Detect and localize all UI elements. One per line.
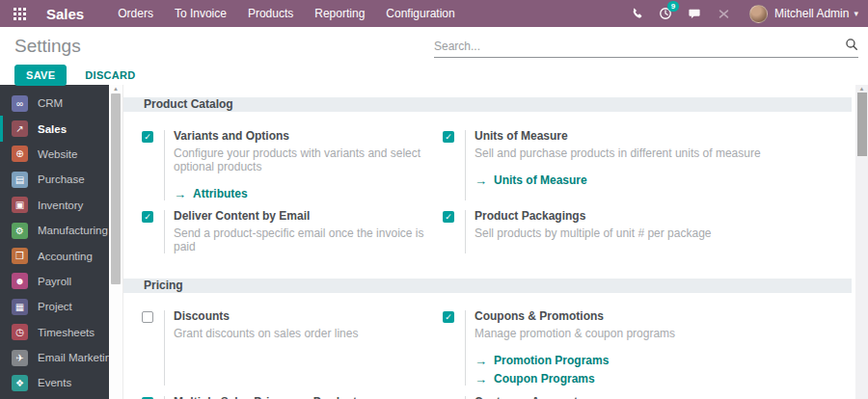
- scrollbar-thumb[interactable]: [857, 93, 867, 156]
- menu-orders[interactable]: Orders: [107, 0, 164, 27]
- sidebar-item-label: Events: [38, 377, 71, 388]
- setting-coupons-promotions: ✓ Coupons & Promotions Manage promotion …: [443, 310, 852, 386]
- sidebar-item-website[interactable]: ⊕ Website: [0, 142, 109, 167]
- attributes-link[interactable]: →Attributes: [174, 188, 443, 200]
- sidebar-item-events[interactable]: ❖ Events: [0, 370, 109, 395]
- sidebar-item-label: Accounting: [38, 251, 93, 262]
- setting-product-packagings: ✓ Product Packagings Sell products by mu…: [443, 210, 852, 253]
- page-title: Settings: [14, 36, 81, 57]
- setting-title: Units of Measure: [475, 130, 761, 143]
- scrollbar-thumb[interactable]: [111, 93, 121, 284]
- settings-content: Product Catalog ✓ Variants and Options C…: [123, 85, 855, 399]
- payroll-app-icon: ☻: [12, 273, 28, 289]
- check-icon: ✓: [445, 212, 452, 222]
- scroll-up-icon[interactable]: ▲: [109, 86, 122, 93]
- discounts-checkbox[interactable]: [142, 311, 153, 323]
- search-icon[interactable]: [845, 38, 858, 55]
- phone-icon[interactable]: [622, 8, 651, 20]
- settings-row: ✓ Variants and Options Configure your pr…: [123, 112, 852, 205]
- sidebar-item-label: CRM: [38, 97, 63, 109]
- setting-title: Variants and Options: [174, 130, 443, 143]
- setting-description: Sell and purchase products in different …: [475, 146, 761, 160]
- setting-units-of-measure: ✓ Units of Measure Sell and purchase pro…: [443, 130, 852, 200]
- app-name[interactable]: Sales: [46, 6, 84, 22]
- settings-row: ✓ Multiple Sales Prices per Product Set …: [123, 391, 852, 399]
- coupons-checkbox[interactable]: ✓: [443, 311, 454, 323]
- activities-clock-icon[interactable]: 9: [651, 7, 680, 20]
- setting-description: Send a product-specific email once the i…: [174, 226, 443, 253]
- settings-sidebar: ∞ CRM ↗ Sales ⊕ Website ▤ Purchase ▣ Inv…: [0, 85, 109, 399]
- website-app-icon: ⊕: [12, 146, 28, 162]
- scroll-up-icon[interactable]: ▲: [855, 86, 868, 93]
- link-label: Units of Measure: [494, 174, 587, 187]
- user-avatar[interactable]: [749, 5, 768, 23]
- content-scrollbar[interactable]: ▲: [855, 85, 868, 399]
- deliver-content-checkbox[interactable]: ✓: [142, 211, 153, 223]
- menu-to-invoice[interactable]: To Invoice: [164, 0, 237, 27]
- uom-checkbox[interactable]: ✓: [443, 131, 454, 143]
- sidebar-item-label: Timesheets: [38, 327, 95, 338]
- coupon-programs-link[interactable]: →Coupon Programs: [475, 373, 675, 386]
- menu-reporting[interactable]: Reporting: [304, 0, 375, 27]
- setting-title: Deliver Content by Email: [174, 210, 443, 223]
- crm-app-icon: ∞: [12, 95, 28, 112]
- setting-title: Coupons & Promotions: [475, 310, 675, 323]
- action-buttons: SAVE DISCARD: [14, 65, 136, 86]
- sidebar-item-label: Payroll: [38, 276, 71, 287]
- app-menu: Orders To Invoice Products Reporting Con…: [107, 0, 466, 27]
- save-button[interactable]: SAVE: [14, 65, 67, 86]
- email-marketing-app-icon: ✈: [12, 350, 28, 366]
- page-body: ∞ CRM ↗ Sales ⊕ Website ▤ Purchase ▣ Inv…: [0, 85, 868, 399]
- discard-button[interactable]: DISCARD: [85, 69, 135, 81]
- setting-description: Grant discounts on sales order lines: [174, 327, 358, 340]
- sidebar-item-inventory[interactable]: ▣ Inventory: [0, 193, 109, 218]
- units-of-measure-link[interactable]: →Units of Measure: [475, 174, 761, 187]
- link-label: Coupon Programs: [494, 373, 595, 386]
- sidebar-item-payroll[interactable]: ☻ Payroll: [0, 269, 109, 294]
- check-icon: ✓: [144, 132, 151, 142]
- arrow-right-icon: →: [475, 373, 487, 386]
- manufacturing-app-icon: ⚙: [12, 223, 28, 239]
- setting-deliver-content-by-email: ✓ Deliver Content by Email Send a produc…: [142, 210, 443, 253]
- sales-app-icon: ↗: [12, 120, 28, 137]
- sidebar-item-timesheets[interactable]: ◷ Timesheets: [0, 320, 109, 345]
- search-input[interactable]: [434, 40, 845, 53]
- menu-products[interactable]: Products: [237, 0, 304, 27]
- topbar-systray: 9 Mitchell Admin ▾: [622, 5, 858, 23]
- settings-row: Discounts Grant discounts on sales order…: [123, 293, 852, 391]
- sidebar-item-sales[interactable]: ↗ Sales: [0, 116, 109, 141]
- sidebar-scrollbar[interactable]: ▲: [109, 85, 123, 399]
- sidebar-item-project[interactable]: ▦ Project: [0, 294, 109, 319]
- section-pricing: Pricing: [123, 279, 852, 293]
- messages-icon[interactable]: [680, 7, 709, 20]
- accounting-app-icon: ❒: [12, 248, 28, 264]
- sidebar-item-label: Email Marketing: [38, 352, 109, 363]
- setting-title: Discounts: [174, 310, 358, 323]
- sidebar-item-purchase[interactable]: ▤ Purchase: [0, 167, 109, 192]
- packagings-checkbox[interactable]: ✓: [443, 211, 454, 223]
- inventory-app-icon: ▣: [12, 197, 28, 213]
- arrow-right-icon: →: [174, 188, 186, 200]
- setting-discounts: Discounts Grant discounts on sales order…: [142, 310, 443, 386]
- top-navbar: Sales Orders To Invoice Products Reporti…: [0, 0, 868, 27]
- promotion-programs-link[interactable]: →Promotion Programs: [475, 355, 675, 367]
- apps-menu-icon[interactable]: [14, 8, 26, 20]
- check-icon: ✓: [445, 312, 452, 322]
- sidebar-item-crm[interactable]: ∞ CRM: [0, 91, 109, 116]
- sidebar-item-email-marketing[interactable]: ✈ Email Marketing: [0, 345, 109, 370]
- section-product-catalog: Product Catalog: [123, 97, 852, 112]
- setting-variants-and-options: ✓ Variants and Options Configure your pr…: [142, 130, 443, 200]
- activity-count-badge: 9: [667, 1, 679, 12]
- menu-configuration[interactable]: Configuration: [375, 0, 465, 27]
- events-app-icon: ❖: [12, 375, 28, 391]
- chevron-down-icon: ▾: [854, 9, 858, 18]
- sidebar-item-accounting[interactable]: ❒ Accounting: [0, 243, 109, 268]
- user-menu[interactable]: Mitchell Admin: [774, 7, 849, 20]
- settings-row: ✓ Deliver Content by Email Send a produc…: [123, 205, 852, 279]
- sidebar-item-manufacturing[interactable]: ⚙ Manufacturing: [0, 218, 109, 243]
- timesheets-app-icon: ◷: [12, 324, 28, 340]
- tools-icon[interactable]: [709, 8, 738, 20]
- setting-description: Configure your products with variants an…: [174, 146, 443, 173]
- control-panel: Settings SAVE DISCARD: [0, 27, 868, 85]
- variants-checkbox[interactable]: ✓: [142, 131, 153, 143]
